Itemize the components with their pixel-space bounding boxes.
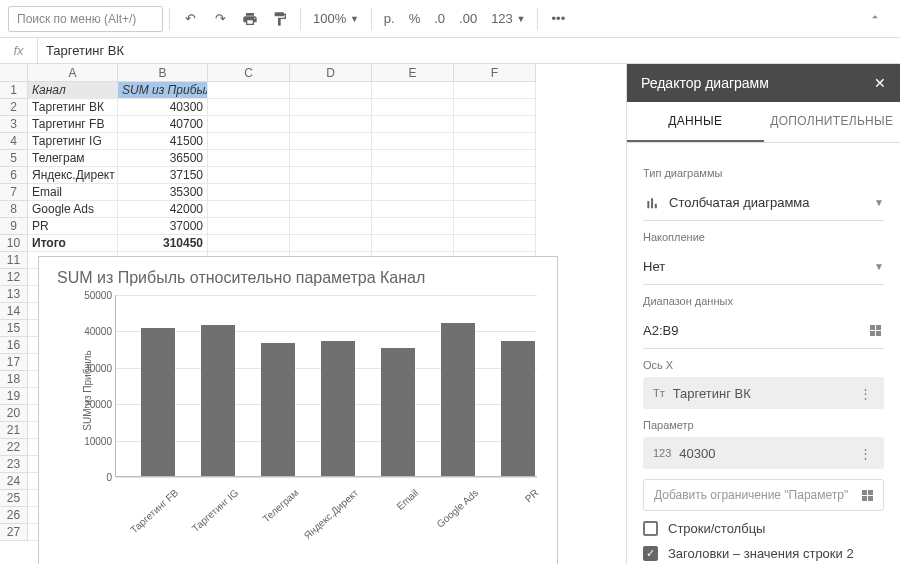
- stacking-dropdown[interactable]: Нет ▼: [643, 249, 884, 285]
- row-header[interactable]: 5: [0, 150, 28, 167]
- more-icon[interactable]: ⋮: [857, 386, 874, 401]
- cell[interactable]: [290, 133, 372, 150]
- swap-rows-cols-checkbox[interactable]: Строки/столбцы: [643, 521, 884, 536]
- cell[interactable]: 35300: [118, 184, 208, 201]
- cell[interactable]: [208, 167, 290, 184]
- cell[interactable]: [454, 82, 536, 99]
- close-icon[interactable]: ✕: [874, 75, 886, 91]
- cell[interactable]: [290, 235, 372, 252]
- cell[interactable]: [454, 99, 536, 116]
- column-header[interactable]: B: [118, 64, 208, 82]
- more-icon[interactable]: ⋮: [857, 446, 874, 461]
- cell[interactable]: [290, 201, 372, 218]
- cell[interactable]: 37000: [118, 218, 208, 235]
- row-header[interactable]: 17: [0, 354, 28, 371]
- cell[interactable]: [208, 99, 290, 116]
- column-header[interactable]: E: [372, 64, 454, 82]
- row-header[interactable]: 12: [0, 269, 28, 286]
- row-header[interactable]: 25: [0, 490, 28, 507]
- cell[interactable]: Яндекс.Директ: [28, 167, 118, 184]
- cell[interactable]: [290, 167, 372, 184]
- row-header[interactable]: 27: [0, 524, 28, 541]
- menu-search-input[interactable]: Поиск по меню (Alt+/): [8, 6, 163, 32]
- cell[interactable]: [454, 133, 536, 150]
- series-chip[interactable]: 123 40300 ⋮: [643, 437, 884, 469]
- row-header[interactable]: 10: [0, 235, 28, 252]
- cell[interactable]: Таргетинг IG: [28, 133, 118, 150]
- cell[interactable]: [454, 167, 536, 184]
- row-header[interactable]: 4: [0, 133, 28, 150]
- row-header[interactable]: 14: [0, 303, 28, 320]
- cell[interactable]: [454, 184, 536, 201]
- column-header[interactable]: D: [290, 64, 372, 82]
- percent-button[interactable]: %: [403, 5, 427, 33]
- row-header[interactable]: 18: [0, 371, 28, 388]
- number-format-dropdown[interactable]: 123 ▼: [485, 5, 531, 33]
- cell[interactable]: Канал: [28, 82, 118, 99]
- cell[interactable]: [290, 116, 372, 133]
- row-header[interactable]: 15: [0, 320, 28, 337]
- cell[interactable]: [372, 116, 454, 133]
- cell[interactable]: Email: [28, 184, 118, 201]
- formula-input[interactable]: Таргетинг ВК: [38, 43, 132, 58]
- cell[interactable]: [372, 167, 454, 184]
- cell[interactable]: 37150: [118, 167, 208, 184]
- cell[interactable]: [208, 133, 290, 150]
- row-header[interactable]: 16: [0, 337, 28, 354]
- cell[interactable]: [454, 201, 536, 218]
- column-header[interactable]: C: [208, 64, 290, 82]
- cell[interactable]: [208, 82, 290, 99]
- row-header[interactable]: 1: [0, 82, 28, 99]
- cell[interactable]: [454, 235, 536, 252]
- embedded-chart[interactable]: SUM из Прибыль относительно параметра Ка…: [38, 256, 558, 564]
- row-header[interactable]: 8: [0, 201, 28, 218]
- paint-format-icon[interactable]: [266, 5, 294, 33]
- cell[interactable]: 36500: [118, 150, 208, 167]
- cell[interactable]: [208, 150, 290, 167]
- row-header[interactable]: 13: [0, 286, 28, 303]
- cell[interactable]: Итого: [28, 235, 118, 252]
- undo-icon[interactable]: ↶: [176, 5, 204, 33]
- row-header[interactable]: 11: [0, 252, 28, 269]
- cell[interactable]: [454, 116, 536, 133]
- cell[interactable]: [208, 184, 290, 201]
- use-headers-checkbox[interactable]: ✓Заголовки – значения строки 2: [643, 546, 884, 561]
- spreadsheet[interactable]: ABCDEF1КаналSUM из Прибыль2Таргетинг ВК4…: [0, 64, 626, 564]
- more-icon[interactable]: •••: [544, 5, 572, 33]
- cell[interactable]: [372, 201, 454, 218]
- cell[interactable]: Телеграм: [28, 150, 118, 167]
- cell[interactable]: [372, 82, 454, 99]
- cell[interactable]: [372, 184, 454, 201]
- cell[interactable]: [290, 218, 372, 235]
- row-header[interactable]: 20: [0, 405, 28, 422]
- cell[interactable]: SUM из Прибыль: [118, 82, 208, 99]
- tab-customize[interactable]: ДОПОЛНИТЕЛЬНЫЕ: [764, 102, 901, 142]
- row-header[interactable]: 19: [0, 388, 28, 405]
- add-series-button[interactable]: Добавить ограничение "Параметр": [643, 479, 884, 511]
- cell[interactable]: 41500: [118, 133, 208, 150]
- select-all-corner[interactable]: [0, 64, 28, 82]
- cell[interactable]: [290, 82, 372, 99]
- cell[interactable]: 310450: [118, 235, 208, 252]
- row-header[interactable]: 9: [0, 218, 28, 235]
- cell[interactable]: [372, 218, 454, 235]
- row-header[interactable]: 22: [0, 439, 28, 456]
- cell[interactable]: [290, 99, 372, 116]
- cell[interactable]: 40700: [118, 116, 208, 133]
- cell[interactable]: [208, 235, 290, 252]
- cell[interactable]: Google Ads: [28, 201, 118, 218]
- cell[interactable]: [208, 116, 290, 133]
- cell[interactable]: [372, 235, 454, 252]
- dec-increase-button[interactable]: .00: [453, 5, 483, 33]
- row-header[interactable]: 3: [0, 116, 28, 133]
- cell[interactable]: PR: [28, 218, 118, 235]
- cell[interactable]: [208, 201, 290, 218]
- cell[interactable]: [372, 99, 454, 116]
- row-header[interactable]: 23: [0, 456, 28, 473]
- row-header[interactable]: 21: [0, 422, 28, 439]
- row-header[interactable]: 26: [0, 507, 28, 524]
- cell[interactable]: Таргетинг FB: [28, 116, 118, 133]
- currency-button[interactable]: р.: [378, 5, 401, 33]
- dec-decrease-button[interactable]: .0: [428, 5, 451, 33]
- cell[interactable]: 42000: [118, 201, 208, 218]
